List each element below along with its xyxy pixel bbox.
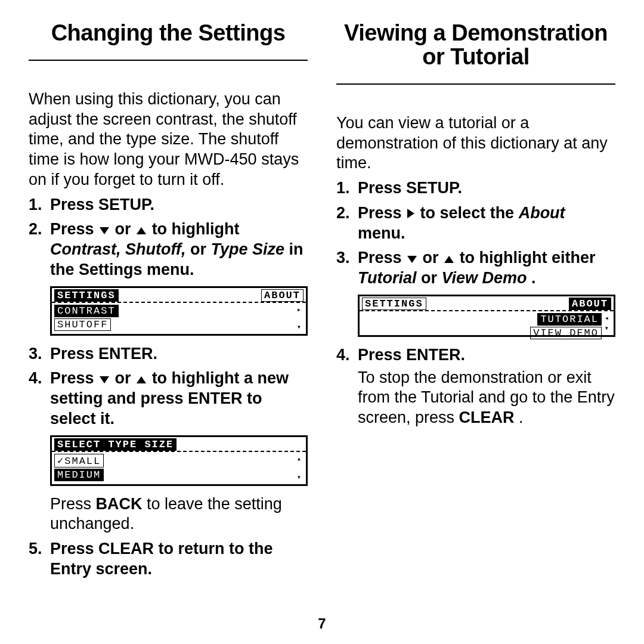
up-triangle-icon: [135, 375, 147, 385]
svg-marker-3: [137, 376, 146, 383]
lcd-scroll-arrows: ▸▾: [297, 303, 302, 334]
steps-demo: Press SETUP. Press to select the About m…: [336, 178, 615, 289]
up-triangle-icon: [135, 226, 147, 236]
lcd-item-contrast: CONTRAST: [54, 305, 119, 317]
heading-rule: [29, 60, 308, 61]
lcd-scroll-arrows: ◂▾: [605, 311, 610, 335]
svg-marker-5: [407, 256, 417, 263]
svg-marker-1: [137, 227, 146, 234]
step-4: Press or to highlight a new setting and …: [29, 369, 308, 429]
down-triangle-icon: [98, 226, 110, 236]
step-1: Press SETUP.: [29, 195, 308, 215]
down-triangle-icon: [406, 255, 418, 264]
lcd-tab-about: ABOUT: [569, 298, 611, 310]
lcd-about-menu: SETTINGS ABOUT TUTORIAL VIEW DEMO ◂▾: [358, 295, 615, 337]
svg-marker-6: [444, 256, 454, 263]
right-triangle-icon: [406, 208, 416, 219]
lcd-tab-settings: SETTINGS: [54, 289, 119, 302]
left-column: Changing the Settings When using this di…: [29, 14, 308, 611]
lcd-item-shutoff: SHUTOFF: [54, 318, 111, 331]
step-3: Press or to highlight either Tutorial or…: [336, 248, 615, 289]
up-triangle-icon: [443, 255, 455, 264]
step-2: Press to select the About menu.: [336, 203, 615, 244]
lcd-tab-settings: SETTINGS: [362, 298, 426, 310]
lcd-item-viewdemo: VIEW DEMO: [530, 327, 602, 339]
svg-marker-4: [407, 209, 414, 218]
intro-settings: When using this dictionary, you can adju…: [29, 89, 308, 190]
lcd-scroll-arrows: ▴▾: [297, 452, 302, 484]
steps-settings: Press SETUP. Press or to highlight Contr…: [29, 195, 308, 280]
right-column: Viewing a Demonstration or Tutorial You …: [336, 14, 615, 611]
lcd-title: SELECT TYPE SIZE: [54, 438, 177, 451]
down-triangle-icon: [98, 375, 110, 385]
intro-demo: You can view a tutorial or a demonstrati…: [336, 113, 615, 174]
svg-marker-0: [100, 227, 109, 234]
heading-settings: Changing the Settings: [29, 21, 308, 45]
lcd-tab-about: ABOUT: [261, 289, 304, 302]
step-1: Press SETUP.: [336, 178, 615, 199]
lcd-item-tutorial: TUTORIAL: [537, 313, 602, 326]
lcd-item-small: ✓SMALL: [54, 454, 104, 467]
step-3: Press ENTER.: [29, 344, 308, 364]
heading-rule: [336, 83, 615, 85]
step-5: Press CLEAR to return to the Entry scree…: [29, 539, 308, 580]
heading-demo: Viewing a Demonstration or Tutorial: [336, 21, 615, 69]
lcd-type-size: SELECT TYPE SIZE ✓SMALL MEDIUM ▴▾: [50, 435, 308, 486]
step-4: Press ENTER. To stop the demonstration o…: [336, 345, 615, 428]
page-number: 7: [29, 615, 615, 632]
svg-marker-2: [100, 376, 109, 383]
lcd-item-medium: MEDIUM: [54, 469, 104, 481]
step-4-note: To stop the demonstration or exit from t…: [358, 368, 615, 428]
step-2: Press or to highlight Contrast, Shutoff,…: [29, 219, 308, 280]
lcd-settings-menu: SETTINGS ABOUT CONTRAST SHUTOFF ▸▾: [50, 286, 308, 336]
step-4-note: Press BACK to leave the setting unchange…: [50, 494, 308, 535]
